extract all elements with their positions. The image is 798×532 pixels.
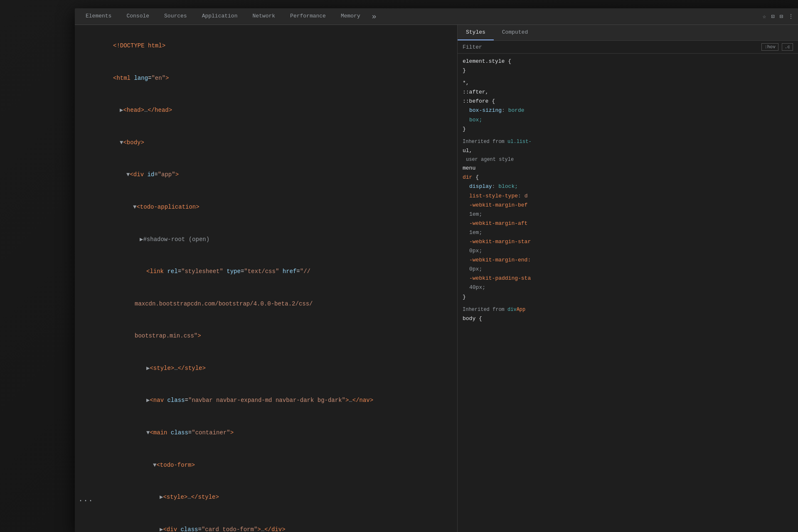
link-line1[interactable]: <link rel="stylesheet" type="text/css" h… (75, 256, 457, 288)
div-card-line[interactable]: ▶<div class="card todo-form">…</div> (75, 513, 457, 532)
list-style-prop: list-style-type: d (463, 192, 793, 201)
inherited-label-1: Inherited from ul.list- (463, 139, 793, 145)
display-prop: display: block; (463, 182, 793, 191)
link-line3: bootstrap.min.css"> (75, 320, 457, 352)
devtools-tab-bar: Elements Console Sources Application Net… (75, 8, 798, 25)
tab-computed[interactable]: Computed (494, 25, 536, 40)
element-style-close: } (463, 67, 466, 74)
tab-performance[interactable]: Performance (283, 10, 332, 23)
body-line[interactable]: ▼<body> (75, 127, 457, 159)
bookmark-icon[interactable]: ☆ (763, 13, 766, 20)
tab-application[interactable]: Application (195, 10, 244, 23)
shadow-root-line[interactable]: ▶#shadow-root (open) (75, 223, 457, 256)
link-line2: maxcdn.bootstrapcdn.com/bootstrap/4.0.0-… (75, 288, 457, 320)
styles-computed-tabs: Styles Computed (458, 25, 798, 41)
box-sizing-prop: box-sizing: borde (463, 106, 793, 115)
webkit-padding-start-val: 40px; (463, 283, 793, 292)
webkit-margin-start-val: 0px; (463, 246, 793, 256)
styles-content: element.style { } *, ::after, ::before {… (458, 54, 798, 532)
more-dots: ··· (75, 494, 96, 507)
filter-input[interactable] (485, 44, 759, 50)
webkit-margin-end: -webkit-margin-end: (463, 256, 793, 265)
doctype-line: <!DOCTYPE html> (75, 30, 457, 62)
filter-label: Filter (463, 44, 482, 50)
body-rule: body { (463, 314, 793, 323)
style-line1[interactable]: ▶<style>…</style> (75, 352, 457, 385)
webkit-margin-end-val: 0px; (463, 265, 793, 274)
main-line[interactable]: ▼<main class="container"> (75, 417, 457, 449)
todo-form-open[interactable]: ▼<todo-form> (75, 449, 457, 481)
webkit-margin-bef: -webkit-margin-bef (463, 201, 793, 210)
tab-styles[interactable]: Styles (458, 25, 494, 40)
div-app-line[interactable]: ▼<div id="app"> (75, 159, 457, 191)
filter-dot[interactable]: .c (782, 43, 793, 51)
box-val: box; (463, 116, 793, 125)
menu-icon[interactable]: ⋮ (788, 13, 794, 20)
style-line2[interactable]: ▶<style>…</style> (75, 481, 457, 514)
tab-more[interactable]: » (369, 12, 380, 21)
filter-bar: Filter :hov .c (458, 41, 798, 54)
dom-tree-panel: <!DOCTYPE html> <html lang="en"> ▶<head>… (75, 25, 457, 532)
styles-panel: Styles Computed Filter :hov .c (457, 25, 798, 532)
webkit-margin-bef-val: 1em; (463, 210, 793, 219)
tab-memory[interactable]: Memory (334, 10, 367, 23)
element-style-selector: element.style { (463, 58, 511, 64)
head-line[interactable]: ▶<head>…</head> (75, 94, 457, 127)
tab-console[interactable]: Console (120, 10, 156, 23)
tab-elements[interactable]: Elements (79, 10, 118, 23)
webkit-margin-aft: -webkit-margin-aft (463, 219, 793, 228)
webkit-margin-start: -webkit-margin-star (463, 237, 793, 246)
before-selector: ::before { (463, 98, 495, 104)
todo-app-line[interactable]: ▼<todo-application> (75, 191, 457, 224)
after-selector: ::after, (463, 89, 488, 95)
window-controls: ☆ ⊡ ⊟ ⋮ (763, 13, 794, 20)
webkit-margin-aft-val: 1em; (463, 228, 793, 237)
settings-icon[interactable]: ⊡ (771, 13, 774, 20)
filter-hov[interactable]: :hov (761, 43, 778, 51)
cast-icon[interactable]: ⊟ (780, 13, 783, 20)
element-style-rule: element.style { } (463, 57, 793, 75)
inherited-label-2: Inherited from divApp (463, 307, 793, 313)
star-selector: *, (463, 80, 469, 86)
webkit-padding-start: -webkit-padding-sta (463, 274, 793, 283)
nav-line[interactable]: ▶<nav class="navbar navbar-expand-md nav… (75, 384, 457, 417)
tab-sources[interactable]: Sources (158, 10, 194, 23)
tab-network[interactable]: Network (246, 10, 282, 23)
star-rule: *, ::after, ::before { box-sizing: borde… (463, 79, 793, 134)
html-line[interactable]: <html lang="en"> (75, 62, 457, 95)
ul-rule: ul, user agent style menu dir { display:… (463, 146, 793, 302)
